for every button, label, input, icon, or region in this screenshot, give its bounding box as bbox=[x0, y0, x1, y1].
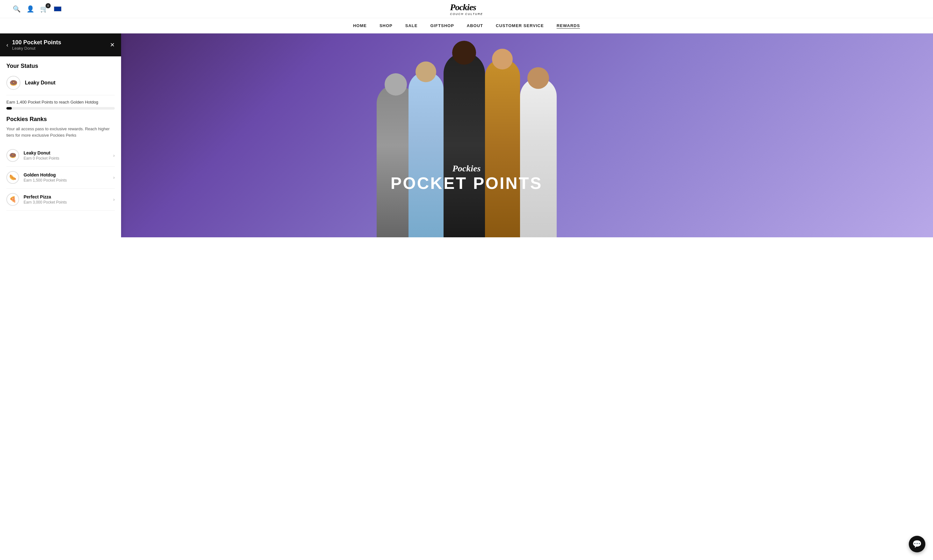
nav-giftshop[interactable]: GIFTSHOP bbox=[430, 23, 454, 28]
status-rank-name: Leaky Donut bbox=[25, 80, 55, 86]
ranks-title: Pockies Ranks bbox=[6, 116, 115, 123]
site-logo: Pockies COUCH CULTURE bbox=[450, 2, 483, 15]
rank-points-golden-hotdog: Earn 1,500 Pocket Points bbox=[23, 178, 109, 183]
language-flag[interactable] bbox=[54, 6, 62, 11]
rank-name-perfect-pizza: Perfect Pizza bbox=[23, 194, 109, 199]
panel-header: ‹ 100 Pocket Points Leaky Donut ✕ bbox=[0, 34, 121, 56]
rank-chevron-perfect-pizza: › bbox=[113, 197, 115, 202]
rank-points-leaky-donut: Earn 0 Pocket Points bbox=[23, 156, 109, 160]
nav-shop[interactable]: SHOP bbox=[380, 23, 393, 28]
nav-home[interactable]: HOME bbox=[353, 23, 367, 28]
panel-body: Your Status 🍩 Leaky Donut Earn 1,400 Poc… bbox=[0, 56, 121, 217]
header: 🔍 👤 🛒 0 Pockies COUCH CULTURE bbox=[0, 0, 933, 18]
cart-icon[interactable]: 🛒 0 bbox=[40, 5, 48, 13]
progress-label: Earn 1,400 Pocket Points to reach Golden… bbox=[6, 100, 115, 105]
rank-icon-perfect-pizza: 🍕 bbox=[6, 193, 19, 206]
rank-chevron-leaky-donut: › bbox=[113, 153, 115, 158]
ranks-description: Your all access pass to exclusive reward… bbox=[6, 126, 115, 138]
panel-points: 100 Pocket Points bbox=[12, 39, 61, 46]
rank-info-perfect-pizza: Perfect Pizza Earn 3,000 Pocket Points bbox=[23, 194, 109, 205]
rank-info-leaky-donut: Leaky Donut Earn 0 Pocket Points bbox=[23, 150, 109, 160]
rank-name-golden-hotdog: Golden Hotdog bbox=[23, 172, 109, 177]
rank-name-leaky-donut: Leaky Donut bbox=[23, 150, 109, 155]
rank-item-leaky-donut[interactable]: 🍩 Leaky Donut Earn 0 Pocket Points › bbox=[6, 145, 115, 166]
panel-back-button[interactable]: ‹ bbox=[6, 42, 8, 48]
hero-text: Pockies POCKET POINTS bbox=[391, 163, 543, 193]
nav-about[interactable]: ABOUT bbox=[467, 23, 483, 28]
hero-section: Pockies POCKET POINTS ‹ 100 Pocket Point… bbox=[0, 34, 933, 237]
search-icon[interactable]: 🔍 bbox=[13, 5, 21, 13]
rank-item-perfect-pizza[interactable]: 🍕 Perfect Pizza Earn 3,000 Pocket Points… bbox=[6, 189, 115, 211]
status-row: 🍩 Leaky Donut bbox=[6, 76, 115, 90]
rank-item-golden-hotdog[interactable]: 🌭 Golden Hotdog Earn 1,500 Pocket Points… bbox=[6, 166, 115, 189]
nav-sale[interactable]: SALE bbox=[405, 23, 418, 28]
progress-bar-track bbox=[6, 107, 115, 109]
main-nav: HOME SHOP SALE GIFTSHOP ABOUT CUSTOMER S… bbox=[0, 18, 933, 34]
hero-logo: Pockies bbox=[391, 163, 543, 174]
panel-close-button[interactable]: ✕ bbox=[110, 42, 115, 48]
rank-chevron-golden-hotdog: › bbox=[113, 175, 115, 180]
nav-customer-service[interactable]: CUSTOMER SERVICE bbox=[496, 23, 544, 28]
nav-rewards[interactable]: REWARDS bbox=[557, 23, 580, 28]
status-rank-icon: 🍩 bbox=[6, 76, 20, 90]
panel-rank-subtitle: Leaky Donut bbox=[12, 46, 61, 51]
your-status-title: Your Status bbox=[6, 63, 115, 69]
cart-badge: 0 bbox=[46, 3, 51, 8]
progress-bar-fill bbox=[6, 107, 12, 109]
rank-points-perfect-pizza: Earn 3,000 Pocket Points bbox=[23, 200, 109, 205]
loyalty-panel: ‹ 100 Pocket Points Leaky Donut ✕ Your S… bbox=[0, 34, 121, 237]
rank-info-golden-hotdog: Golden Hotdog Earn 1,500 Pocket Points bbox=[23, 172, 109, 183]
rank-icon-leaky-donut: 🍩 bbox=[6, 149, 19, 162]
rank-icon-golden-hotdog: 🌭 bbox=[6, 171, 19, 184]
account-icon[interactable]: 👤 bbox=[26, 5, 34, 13]
hero-background: Pockies POCKET POINTS bbox=[0, 34, 933, 237]
hero-title: POCKET POINTS bbox=[391, 174, 543, 193]
